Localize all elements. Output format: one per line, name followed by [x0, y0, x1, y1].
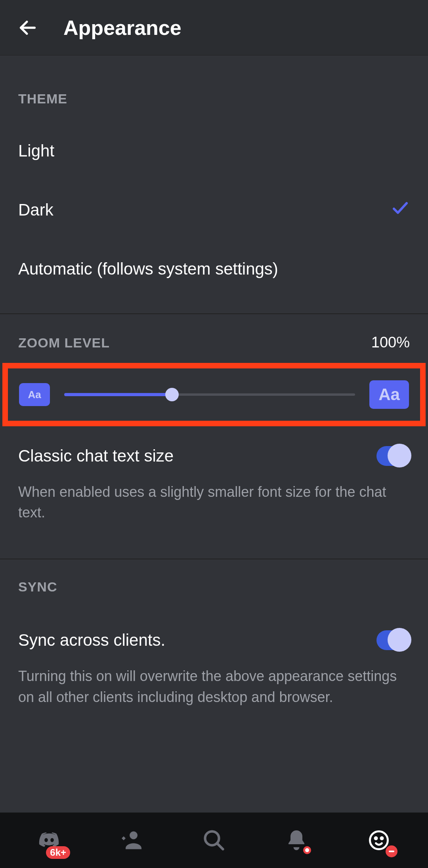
zoom-section-header: ZOOM LEVEL 100% — [0, 314, 428, 363]
slider-thumb[interactable] — [165, 388, 179, 401]
classic-chat-row: Classic chat text size — [0, 426, 428, 470]
sync-label: Sync across clients. — [18, 631, 165, 650]
theme-option-label: Automatic (follows system settings) — [18, 259, 278, 279]
zoom-section-label: ZOOM LEVEL — [18, 335, 110, 351]
dnd-badge — [386, 845, 397, 857]
theme-option-dark[interactable]: Dark — [0, 179, 428, 240]
classic-chat-label: Classic chat text size — [18, 446, 174, 465]
svg-line-2 — [217, 843, 223, 849]
zoom-aa-large-icon: Aa — [369, 380, 409, 409]
spacer — [0, 727, 428, 813]
svg-point-5 — [381, 837, 383, 839]
classic-chat-description: When enabled uses a slightly smaller fon… — [0, 470, 428, 543]
svg-point-4 — [375, 837, 377, 839]
nav-search[interactable] — [196, 822, 232, 858]
toggle-knob — [388, 628, 411, 652]
notification-dot — [302, 845, 313, 856]
nav-profile[interactable] — [361, 822, 397, 858]
arrow-left-icon — [17, 17, 38, 38]
sync-section-header: SYNC — [0, 559, 428, 610]
nav-servers[interactable]: 6k+ — [31, 822, 67, 858]
slider-fill — [64, 393, 172, 396]
theme-option-label: Dark — [18, 200, 54, 219]
header-bar: Appearance — [0, 0, 428, 55]
theme-option-automatic[interactable]: Automatic (follows system settings) — [0, 240, 428, 298]
back-button[interactable] — [16, 16, 40, 40]
nav-notifications[interactable] — [279, 822, 314, 858]
sync-toggle[interactable] — [376, 630, 410, 650]
theme-option-label: Light — [18, 141, 54, 160]
content-area: THEME Light Dark Automatic (follows syst… — [0, 55, 428, 813]
theme-section-header: THEME — [0, 55, 428, 122]
zoom-aa-small-icon: Aa — [19, 383, 50, 406]
sync-row: Sync across clients. — [0, 610, 428, 654]
theme-option-light[interactable]: Light — [0, 122, 428, 179]
toggle-knob — [388, 444, 411, 467]
nav-badge: 6k+ — [46, 846, 70, 859]
search-icon — [202, 828, 226, 852]
sync-description: Turning this on will overwrite the above… — [0, 654, 428, 727]
classic-chat-toggle[interactable] — [376, 446, 410, 466]
bottom-nav: 6k+ — [0, 813, 428, 868]
svg-point-3 — [370, 832, 388, 849]
zoom-slider-highlight: Aa Aa — [2, 363, 426, 426]
check-icon — [391, 198, 410, 221]
nav-friends[interactable] — [114, 822, 149, 858]
zoom-slider[interactable] — [64, 387, 355, 403]
friends-icon — [120, 828, 143, 852]
page-title: Appearance — [63, 16, 182, 40]
zoom-value: 100% — [371, 334, 410, 351]
